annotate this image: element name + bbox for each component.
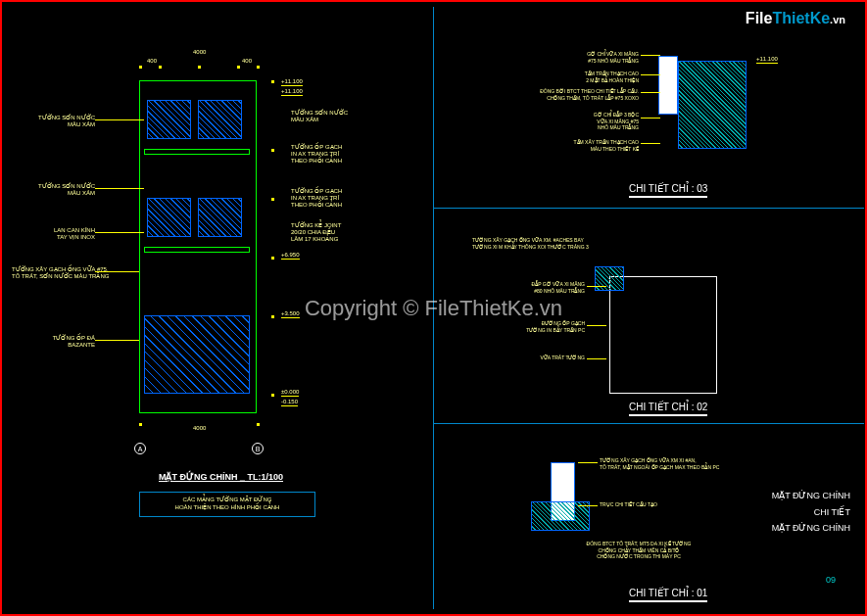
leader — [641, 92, 660, 93]
logo-thietke: ThietKe — [772, 10, 830, 26]
window-floor2-right — [198, 198, 242, 237]
dim-marker — [271, 80, 274, 83]
leader-line — [95, 340, 139, 341]
detail-01-title: CHI TIẾT CHỈ : 01 — [629, 588, 707, 602]
detail-02: TƯỜNG XÂY GẠCH ỐNG VỮA XM. #ACHES BAYTƯỜ… — [462, 227, 835, 413]
logo-vn: .vn — [830, 14, 845, 25]
dim-marker — [159, 66, 162, 69]
leader — [587, 286, 606, 287]
leader-line — [95, 271, 139, 272]
level-3: +6.950 — [281, 252, 300, 260]
label-left-5: TƯỜNG ỐP ĐÁBAZANTE — [26, 335, 95, 349]
leader — [578, 505, 598, 506]
dim-marker — [271, 198, 274, 201]
window-floor3-left — [147, 100, 191, 139]
d1-note-3: ĐÓNG BTCT TÔ TRÁT, MT5 DA XI KẾ TƯỜNGCHỐ… — [551, 541, 727, 560]
sheet-title-3: MẶT ĐỨNG CHÍNH — [772, 520, 850, 536]
dim-marker — [271, 149, 274, 152]
dim-top-1: 400 — [147, 58, 157, 65]
label-left-4: TƯỜNG XÂY GẠCH ỐNG VỮA #75,TÔ TRÁT, SƠN … — [12, 266, 95, 280]
balcony-floor2 — [144, 247, 250, 253]
d1-note-1: TƯỜNG XÂY GẠCH ỐNG VỮA XM XI #AN,TÔ TRÁT… — [600, 457, 766, 470]
logo-file: File — [746, 10, 773, 26]
label-left-1: TƯỜNG SƠN NƯỚCMÀU XÁM — [26, 115, 95, 128]
vertical-divider — [433, 7, 434, 609]
main-elevation: 400 4000 400 +11.100 +11.100 +6.950 +3.5… — [100, 61, 286, 433]
label-right-3: TƯỜNG ỐP GẠCHIN AX TRANG TRÍTHEO PHỐI CẢ… — [291, 188, 342, 210]
balcony-floor3 — [144, 149, 250, 155]
d1-note-2: TRỤC CHI TIẾT CẤU TẠO — [600, 501, 747, 508]
level-2: +11.100 — [281, 88, 303, 96]
label-right-2: TƯỜNG ỐP GẠCHIN AX TRANG TRÍTHEO PHỐI CẢ… — [291, 144, 342, 166]
detail-03-title: CHI TIẾT CHỈ : 03 — [629, 183, 707, 198]
page-number: 09 — [826, 575, 836, 585]
label-left-2: TƯỜNG SƠN NƯỚCMÀU XÁM — [26, 183, 95, 197]
detail-02-top — [595, 266, 624, 291]
d3-note-4: GỜ CHỈ ĐẮP 3 BỘCVỮA XI MĂNG #75NHÔ MÀU T… — [521, 112, 639, 131]
dim-marker — [237, 66, 240, 69]
detail-03-level: +11.100 — [756, 56, 778, 64]
leader — [587, 358, 606, 359]
leader-line — [95, 232, 144, 233]
dim-marker — [271, 257, 274, 260]
leader — [641, 118, 660, 118]
dim-marker — [257, 66, 260, 69]
label-left-3: LAN CAN KÍNHTAY VỊN INOX — [26, 227, 95, 241]
grid-a: A — [134, 443, 146, 454]
detail-03: +11.100 GỜ CHỈ VỮA XI MĂNG#75 NHÔ MÀU TR… — [462, 41, 835, 198]
d2-note-2: ĐẮP GỜ VỮA XI MĂNG#80 NHÔ MÀU TRẮNG — [472, 281, 585, 294]
window-floor2-left — [147, 198, 191, 237]
label-right-4: TƯỜNG KẺ JOINT20/20 CHIA ĐỀULÀM 17 KHOẢN… — [291, 222, 341, 244]
window-floor3-right — [198, 100, 242, 139]
d2-note-1: TƯỜNG XÂY GẠCH ỐNG VỮA XM. #ACHES BAYTƯỜ… — [472, 237, 668, 250]
d2-note-3: ĐƯỜNG ỐP GẠCHTƯỜNG IN BẢY TRẦN PC — [472, 320, 585, 333]
dim-marker — [198, 66, 201, 69]
leader-line — [95, 188, 144, 189]
detail-03-edge — [658, 56, 678, 115]
d2-note-4: VỮA TRÁT TƯỜNG — [472, 355, 585, 361]
leader — [641, 55, 660, 56]
level-top: +11.100 — [281, 78, 303, 86]
sheet-title-2: CHI TIẾT — [772, 504, 850, 520]
dim-marker — [271, 394, 274, 397]
horizontal-divider-2 — [433, 423, 864, 424]
dim-marker — [271, 315, 274, 318]
detail-02-title: CHI TIẾT CHỈ : 02 — [629, 402, 707, 416]
horizontal-divider-1 — [433, 208, 864, 209]
level-sub: -0.150 — [281, 399, 298, 406]
dim-marker — [139, 66, 142, 69]
elevation-note-box: CÁC MẢNG TƯỜNG MẶT ĐỨNGHOÀN THIỆN THEO H… — [139, 492, 315, 517]
d3-note-3: ĐÓNG BỜI BTCT THEO CHI TIẾT LẮP CẤU.CHỐN… — [502, 88, 639, 101]
dim-bottom: 4000 — [193, 425, 206, 432]
sheet-title-1: MẶT ĐỨNG CHÍNH — [772, 488, 850, 503]
level-4: +3.500 — [281, 310, 300, 318]
label-right-1: TƯỜNG SƠN NƯỚCMÀU XÁM — [291, 110, 348, 123]
sheet-title-block: MẶT ĐỨNG CHÍNH CHI TIẾT MẶT ĐỨNG CHÍNH — [772, 488, 850, 536]
dim-marker — [257, 423, 260, 426]
leader-line — [95, 119, 144, 120]
watermark-logo: FileThietKe.vn — [746, 10, 845, 27]
dim-marker — [139, 423, 142, 426]
detail-02-body — [609, 276, 717, 394]
leader — [578, 462, 598, 463]
leader — [641, 143, 660, 144]
garage-door — [144, 315, 250, 394]
leader — [641, 74, 660, 75]
d3-note-5: TẤM XÂY TRẦN THẠCH CAOMÀU THEO THIẾT KẾ — [521, 139, 639, 152]
elevation-title: MẶT ĐỨNG CHÍNH _ TL:1/100 — [159, 472, 283, 482]
d3-note-1: GỜ CHỈ VỮA XI MĂNG#75 NHÔ MÀU TRẮNG — [521, 51, 639, 64]
level-ground: ±0.000 — [281, 389, 299, 397]
detail-03-section — [678, 61, 747, 149]
dim-top-2: 4000 — [193, 49, 206, 56]
dim-top-3: 400 — [242, 58, 252, 65]
leader — [587, 325, 606, 326]
grid-b: B — [252, 443, 264, 454]
d3-note-2: TẤM TRẦN THẠCH CAO2 MẶT BẢ HOÀN THIỆN — [521, 71, 639, 83]
